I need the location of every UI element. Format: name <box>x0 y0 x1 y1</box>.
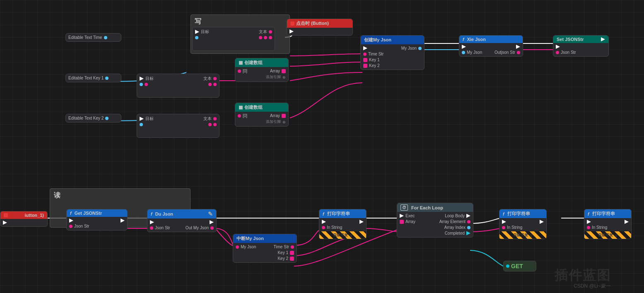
set-jsonstr-row: Json Str <box>556 50 606 55</box>
print-str2-node[interactable]: f 打印字符串 In String 仅限开发 ∨ <box>499 209 547 239</box>
break-myjson-in-label: My Json <box>241 245 256 249</box>
write-inner-node[interactable]: 目标 文本 <box>192 27 275 51</box>
array1-index-pin <box>238 70 241 73</box>
for-each-title: For Each Loop <box>411 205 443 210</box>
get-row: GET <box>506 263 533 269</box>
print2-instring-label: In String <box>507 225 522 230</box>
button1-node[interactable]: iutton_1) <box>0 211 48 227</box>
for-each-loop-node[interactable]: ⏱ For Each Loop Exec Loop Body Array Arr… <box>397 203 473 238</box>
xie-exec-in <box>462 45 466 49</box>
write-inner-body: 目标 文本 <box>193 27 275 41</box>
for-each-header: ⏱ For Each Loop <box>397 203 473 212</box>
button1-exec-row <box>3 221 45 225</box>
foreach-arrayindex-pin <box>467 226 470 229</box>
array2-array-pin <box>282 114 286 118</box>
button-event-title: 点击时 (Button) <box>296 20 329 26</box>
print-str3-node[interactable]: f 打印字符串 In String 仅限开发 ∨ <box>584 209 632 239</box>
break-myjson-row: My Json Time Str <box>236 245 294 249</box>
editable-time-pin <box>104 36 107 39</box>
create-array1-node[interactable]: ▦ 创建数组 [0] Array 添加引脚 ⊕ <box>235 58 289 82</box>
array1-addpin-row[interactable]: 添加引脚 ⊕ <box>238 74 286 80</box>
write-text-label: 文本 <box>259 29 267 35</box>
myjson-timestr-row: Time Str <box>363 52 422 56</box>
myjson-key2-label: Key 2 <box>369 63 380 68</box>
get-body: GET <box>504 261 536 271</box>
myjson-exec-in <box>363 46 367 50</box>
du-outmyjson-pin <box>210 226 214 230</box>
myjson-timestr-label: Time Str <box>368 52 384 56</box>
get-exec-in <box>69 219 73 223</box>
watermark-text: 插件蓝图 <box>555 267 611 285</box>
array2-addpin-label: 添加引脚 <box>266 119 281 125</box>
create-myjson-body: My Json Time Str Key 1 Key 2 <box>361 44 424 70</box>
write3-target-pin <box>140 123 143 126</box>
print1-expand-icon[interactable]: ∨ <box>350 233 352 238</box>
get-jsonstr-node[interactable]: f Get JSONStr Json Str <box>66 209 128 231</box>
print3-exec-row <box>587 220 629 224</box>
button-event-node[interactable]: 点击时 (Button) <box>287 19 353 36</box>
editable-key2-row: Editable Text Key 2 <box>68 116 118 120</box>
editable-text-key2-node[interactable]: Editable Text Key 2 <box>65 114 121 122</box>
print3-exec-in <box>587 220 591 224</box>
editable-text-time-node[interactable]: Editable Text Time <box>65 33 121 42</box>
get-jsonstr-header: f Get JSONStr <box>67 209 127 217</box>
create-array1-title: 创建数组 <box>244 60 263 66</box>
get-jsonstr-label-pin: Json Str <box>74 224 89 228</box>
print-str1-node[interactable]: f 打印字符串 In String 仅限开发 ∨ <box>319 209 367 239</box>
editable-key1-pin <box>105 77 109 80</box>
array1-array-label: Array <box>270 69 280 73</box>
du-exec-out <box>210 220 214 224</box>
break-myjson-body: My Json Time Str Key 1 Key 2 <box>233 243 297 262</box>
foreach-array-label: Array <box>405 219 415 224</box>
foreach-loopbody-pin <box>466 214 470 218</box>
set-jsonstr-node[interactable]: Set JSONStr Json Str <box>553 35 609 57</box>
editable-key2-body: Editable Text Key 2 <box>66 114 121 122</box>
array1-addpin-label: 添加引脚 <box>266 74 281 80</box>
foreach-arrayelement-label: Array Element <box>439 219 466 224</box>
print2-instring-pin <box>502 226 505 229</box>
create-array1-body: [0] Array 添加引脚 ⊕ <box>235 67 288 82</box>
print-str3-f-icon: f <box>588 211 589 216</box>
editable-text-key1-node[interactable]: Editable Text Key 1 <box>65 74 121 82</box>
print3-dev-text: 仅限开发 <box>598 233 613 238</box>
array2-addpin-row[interactable]: 添加引脚 ⊕ <box>238 119 286 125</box>
xie-myjson-label: My Json <box>467 50 482 55</box>
create-myjson-node[interactable]: 创建My Json My Json Time Str Key 1 Key 2 <box>360 35 425 70</box>
write2-pin2 <box>208 83 212 86</box>
myjson-timestr-pin <box>363 53 367 56</box>
write-inner-node3[interactable]: 目标 文本 <box>137 114 219 138</box>
array2-row1: [0] Array <box>238 113 286 118</box>
create-array1-header: ▦ 创建数组 <box>235 58 288 67</box>
array1-add-icon[interactable]: ⊕ <box>282 75 286 79</box>
set-jsonstr-label: Json Str <box>561 50 576 55</box>
editable-key1-row: Editable Text Key 1 <box>68 76 118 80</box>
foreach-exec-row: Exec Loop Body <box>400 214 470 218</box>
write-inner-node2[interactable]: 目标 文本 <box>137 74 219 98</box>
print2-expand-icon[interactable]: ∨ <box>530 233 533 238</box>
write2-target-pin <box>140 83 143 86</box>
write-exec-row: 目标 文本 <box>195 29 272 35</box>
foreach-array-row: Array Array Element <box>400 219 470 224</box>
array-icon1: ▦ <box>239 60 243 65</box>
array2-index-label: [0] <box>243 113 247 118</box>
xie-json-node[interactable]: f Xie Json My Json Outjson Str <box>459 35 523 57</box>
get-jsonstr-title: Get JSONStr <box>75 211 102 216</box>
du-json-node[interactable]: f Du Json ✎ Json Str Out My Json <box>147 209 217 232</box>
break-myjson-title: 中断My Json <box>236 235 264 242</box>
print3-expand-icon[interactable]: ∨ <box>615 233 617 238</box>
myjson-exec-row: My Json <box>363 46 422 50</box>
break-myjson-node[interactable]: 中断My Json My Json Time Str Key 1 Key 2 <box>233 234 297 263</box>
write3-text-pin <box>213 117 217 120</box>
get-node[interactable]: GET <box>503 261 536 271</box>
create-array2-node[interactable]: ▦ 创建数组 [0] Array 添加引脚 ⊕ <box>235 103 289 127</box>
print-str1-f-icon: f <box>323 211 324 216</box>
array2-add-icon[interactable]: ⊕ <box>282 120 286 124</box>
editable-key1-body: Editable Text Key 1 <box>66 74 121 82</box>
print3-exec-out <box>625 220 629 224</box>
du-jsonstr-pin <box>150 226 153 230</box>
du-exec-row <box>150 220 214 224</box>
set-jsonstr-body: Json Str <box>553 43 608 56</box>
array1-row1: [0] Array <box>238 69 286 73</box>
array-icon2: ▦ <box>239 105 243 110</box>
editable-time-label: Editable Text Time <box>68 35 102 40</box>
